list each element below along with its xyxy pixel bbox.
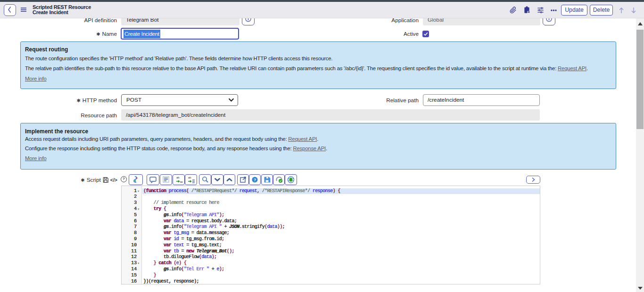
svg-text:ab: ab	[188, 176, 191, 179]
svg-text:ac: ac	[180, 180, 183, 183]
svg-text:?: ?	[254, 178, 256, 182]
svg-text:ab: ab	[176, 176, 180, 179]
